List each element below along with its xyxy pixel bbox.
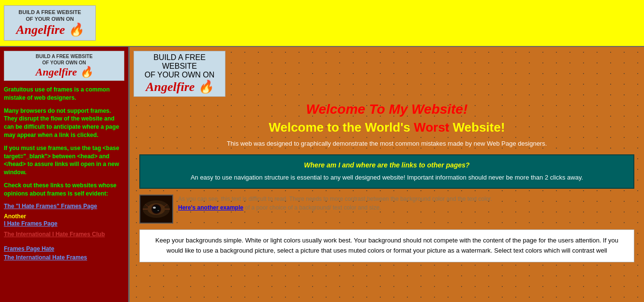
- top-ad-line1: BUILD A FREE WEBSITE OF YOUR OWN ON: [9, 9, 90, 23]
- welcome-subtitle: Welcome to the World's Worst Website!: [130, 120, 644, 135]
- welcome-sub-part1: Welcome to the World's: [269, 120, 414, 135]
- eye-caption-after: of a poor choice of a background/ text c…: [245, 204, 381, 211]
- description-text: This web was designed to graphically dem…: [139, 139, 634, 149]
- svg-point-5: [153, 207, 156, 209]
- frameset-container: BUILD A FREE WEBSITE OF YOUR OWN ON Ange…: [0, 46, 644, 302]
- left-angelfire-brand: Angelfire 🔥: [8, 66, 120, 78]
- nav-box-text: An easy to use navigation structure is e…: [148, 173, 626, 182]
- frames-page-hate-footer-link[interactable]: Frames Page Hate: [4, 245, 124, 252]
- top-angelfire-brand: Angelfire 🔥: [9, 22, 90, 37]
- frames-page-hate-link[interactable]: The "I Hate Frames" Frames Page: [4, 203, 124, 210]
- eye-caption: As you can see, this text is difficult t…: [178, 195, 634, 212]
- eye-row: As you can see, this text is difficult t…: [139, 195, 634, 224]
- left-frame[interactable]: BUILD A FREE WEBSITE OF YOUR OWN ON Ange…: [0, 47, 130, 302]
- left-link-group-3: The International I Hate Frames Club: [4, 231, 124, 238]
- i-hate-frames-link[interactable]: I Hate Frames Page: [4, 220, 124, 227]
- nav-box-title: Where am I and where are the links to ot…: [148, 161, 626, 169]
- left-ad-box[interactable]: BUILD A FREE WEBSITE OF YOUR OWN ON Ange…: [4, 51, 124, 81]
- another-example-link[interactable]: Here's another example: [178, 204, 243, 211]
- nav-box: Where am I and where are the links to ot…: [139, 154, 634, 189]
- right-frame[interactable]: BUILD A FREE WEBSITE OF YOUR OWN ON Ange…: [130, 47, 644, 302]
- right-angelfire-brand: Angelfire 🔥: [139, 79, 220, 94]
- svg-point-6: [158, 210, 159, 211]
- left-para-3: If you must use frames, use the tag <bas…: [4, 144, 124, 177]
- left-para-4: Check out these links to websites whose …: [4, 181, 124, 198]
- welcome-sub-worst: Worst: [414, 120, 449, 135]
- eye-image: [139, 195, 173, 224]
- white-box-text: Keep your backgrounds simple. White or l…: [148, 236, 626, 256]
- international-hate-footer-link[interactable]: The International Hate Frames: [4, 254, 124, 261]
- white-box: Keep your backgrounds simple. White or l…: [139, 229, 634, 262]
- left-link-group-2: Another I Hate Frames Page: [4, 211, 124, 227]
- right-content: BUILD A FREE WEBSITE OF YOUR OWN ON Ange…: [130, 51, 644, 262]
- left-footer-links: Frames Page Hate The International Hate …: [4, 245, 124, 261]
- left-ad-text: BUILD A FREE WEBSITE OF YOUR OWN ON: [8, 53, 120, 66]
- top-banner: BUILD A FREE WEBSITE OF YOUR OWN ON Ange…: [0, 0, 644, 46]
- left-para-1: Gratuitous use of frames is a common mis…: [4, 86, 124, 102]
- top-ad-box[interactable]: BUILD A FREE WEBSITE OF YOUR OWN ON Ange…: [4, 5, 96, 41]
- left-para-2: Many browsers do not support frames. The…: [4, 107, 124, 139]
- eye-caption-before: As you can see, this text is difficult t…: [178, 196, 492, 202]
- right-ad-text: BUILD A FREE WEBSITE OF YOUR OWN ON: [139, 53, 220, 79]
- welcome-sub-part2: Website!: [449, 120, 505, 135]
- another-label: Another: [4, 213, 26, 220]
- svg-point-4: [152, 205, 160, 213]
- welcome-title: Welcome To My Website!: [130, 102, 644, 117]
- right-ad-box[interactable]: BUILD A FREE WEBSITE OF YOUR OWN ON Ange…: [134, 51, 225, 97]
- left-link-group-1: The "I Hate Frames" Frames Page: [4, 203, 124, 210]
- international-hate-frames-link[interactable]: The International I Hate Frames Club: [4, 231, 124, 238]
